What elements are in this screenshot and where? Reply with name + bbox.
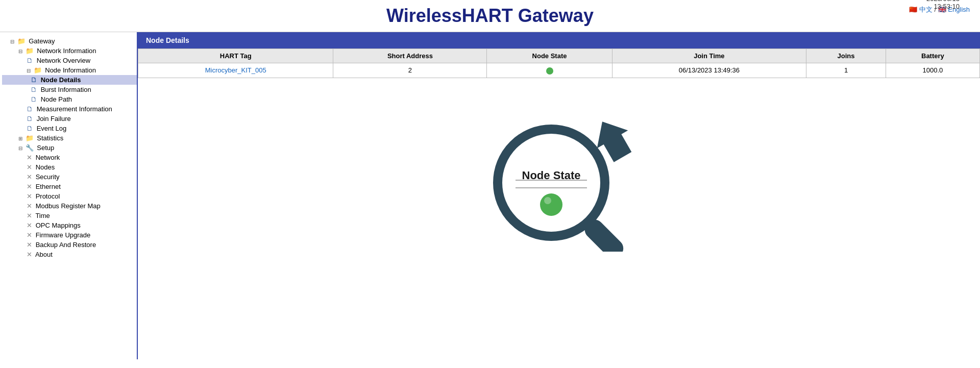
sidebar-item-setup-network[interactable]: ✕ Network (2, 153, 137, 162)
col-header-joins: Joins (806, 49, 886, 63)
sidebar-label-setup-nodes: Nodes (36, 163, 55, 171)
sidebar-label-network-overview: Network Overview (37, 57, 90, 64)
svg-text:Node State: Node State (522, 169, 581, 182)
sidebar-item-node-information[interactable]: ⊟ 📁 Node Information (2, 65, 137, 75)
sidebar-label-node-information: Node Information (45, 66, 96, 74)
col-header-short-address: Short Address (333, 49, 487, 63)
col-header-join-time: Join Time (612, 49, 806, 63)
sidebar-label-setup: Setup (37, 144, 54, 152)
sidebar-label-setup-network: Network (36, 154, 60, 161)
cross-icon-security: ✕ (27, 173, 32, 181)
sidebar-item-setup-ethernet[interactable]: ✕ Ethernet (2, 182, 137, 191)
doc-icon-el: 🗋 (27, 125, 33, 132)
sidebar-label-setup-firmware: Firmware Upgrade (36, 231, 91, 239)
col-header-node-state: Node State (487, 49, 612, 63)
cross-icon-network: ✕ (27, 154, 32, 161)
expand-icon: ⊟ (10, 39, 14, 44)
illustration-area: Node State (138, 83, 980, 262)
sidebar-label-burst-information: Burst Information (41, 86, 91, 93)
sidebar-label-measurement-information: Measurement Information (37, 105, 112, 113)
doc-icon-jf: 🗋 (27, 115, 33, 122)
section-header: Node Details (138, 32, 980, 48)
cross-icon-ethernet: ✕ (27, 183, 32, 190)
sidebar-item-burst-information[interactable]: 🗋 Burst Information (2, 85, 137, 94)
sidebar-label-gateway: Gateway (29, 37, 55, 45)
sidebar-item-join-failure[interactable]: 🗋 Join Failure (2, 114, 137, 124)
sidebar-label-setup-time: Time (35, 212, 50, 219)
sidebar-label-setup-ethernet: Ethernet (36, 183, 61, 190)
expand-icon-stats: ⊞ (18, 136, 22, 141)
doc-icon-np: 🗋 (31, 95, 37, 103)
hart-tag-link[interactable]: Microcyber_KIT_005 (205, 66, 266, 74)
expand-icon-setup: ⊟ (18, 145, 22, 151)
doc-icon-nd: 🗋 (31, 76, 37, 84)
sidebar-label-setup-backup: Backup And Restore (36, 241, 96, 249)
cell-short-address: 2 (333, 63, 487, 78)
cross-icon-protocol: ✕ (27, 192, 32, 200)
datetime-display: 2023/06/13 13:53:10 (909, 0, 960, 10)
col-header-hart-tag: HART Tag (138, 49, 333, 63)
expand-icon-ni: ⊟ (18, 48, 22, 54)
sidebar-item-network-information[interactable]: ⊟ 📁 Network Information (2, 46, 137, 56)
sidebar-item-setup-security[interactable]: ✕ Security (2, 172, 137, 182)
sidebar-label-join-failure: Join Failure (37, 115, 71, 122)
main-content: Node Details HART Tag Short Address Node… (138, 32, 980, 359)
sidebar-label-setup-modbus: Modbus Register Map (36, 202, 101, 210)
node-state-dot (546, 67, 553, 75)
cell-node-state (487, 63, 612, 78)
sidebar-item-node-details[interactable]: 🗋 Node Details (2, 75, 137, 85)
cross-icon-modbus: ✕ (27, 202, 32, 210)
folder-icon-nodeinfo: 📁 (34, 66, 42, 74)
doc-icon-mi: 🗋 (27, 105, 33, 113)
sidebar-label-node-path: Node Path (41, 95, 72, 103)
folder-icon-ni: 📁 (26, 47, 34, 55)
page-title: WirelessHART Gateway (386, 5, 594, 27)
svg-point-5 (540, 193, 562, 216)
sidebar-item-setup[interactable]: ⊟ 🔧 Setup (2, 143, 137, 153)
table-row: Microcyber_KIT_005 2 06/13/2023 13:49:36… (138, 63, 980, 78)
node-state-illustration: Node State (457, 93, 661, 252)
sidebar-item-network-overview[interactable]: 🗋 Network Overview (2, 56, 137, 65)
cross-icon-opc: ✕ (27, 222, 32, 229)
sidebar-item-setup-protocol[interactable]: ✕ Protocol (2, 191, 137, 201)
cell-join-time: 06/13/2023 13:49:36 (612, 63, 806, 78)
svg-point-6 (544, 197, 551, 204)
sidebar: ⊟ 📁 Gateway ⊟ 📁 Network Information 🗋 Ne… (0, 32, 138, 359)
sidebar-item-setup-backup[interactable]: ✕ Backup And Restore (2, 240, 137, 250)
cross-icon-time: ✕ (27, 212, 32, 219)
svg-point-0 (498, 129, 605, 236)
expand-icon-nodeinfo: ⊟ (27, 68, 31, 73)
cell-hart-tag[interactable]: Microcyber_KIT_005 (138, 63, 333, 78)
folder-icon: 📁 (17, 37, 26, 45)
sidebar-item-measurement-information[interactable]: 🗋 Measurement Information (2, 104, 137, 114)
sidebar-item-event-log[interactable]: 🗋 Event Log (2, 124, 137, 133)
cross-icon-backup: ✕ (27, 241, 32, 249)
sidebar-item-setup-about[interactable]: ✕ About (2, 250, 137, 259)
sidebar-item-gateway[interactable]: ⊟ 📁 Gateway (2, 36, 137, 46)
sidebar-item-setup-nodes[interactable]: ✕ Nodes (2, 162, 137, 172)
node-details-table: HART Tag Short Address Node State Join T… (138, 48, 980, 78)
col-header-battery: Battery (886, 49, 979, 63)
sidebar-item-statistics[interactable]: ⊞ 📁 Statistics (2, 133, 137, 143)
folder-icon-stats: 📁 (26, 134, 34, 142)
sidebar-label-network-information: Network Information (37, 47, 96, 55)
cross-icon-nodes: ✕ (27, 163, 32, 171)
sidebar-label-event-log: Event Log (37, 125, 67, 132)
cell-battery: 1000.0 (886, 63, 979, 78)
language-selector[interactable]: 🇨🇳 中文 / 🇬🇧 English 2023/06/13 13:53:10 (909, 5, 970, 14)
sidebar-item-setup-modbus[interactable]: ✕ Modbus Register Map (2, 201, 137, 211)
cell-joins: 1 (806, 63, 886, 78)
doc-icon-bi: 🗋 (31, 86, 37, 93)
page-header: WirelessHART Gateway 🇨🇳 中文 / 🇬🇧 English … (0, 0, 980, 32)
folder-icon-setup: 🔧 (26, 144, 34, 152)
sidebar-item-setup-firmware[interactable]: ✕ Firmware Upgrade (2, 230, 137, 240)
sidebar-label-node-details: Node Details (41, 76, 81, 84)
sidebar-item-setup-time[interactable]: ✕ Time (2, 211, 137, 220)
sidebar-label-statistics: Statistics (37, 134, 63, 142)
cross-icon-about: ✕ (27, 251, 32, 258)
cross-icon-firmware: ✕ (27, 231, 32, 239)
sidebar-item-node-path[interactable]: 🗋 Node Path (2, 94, 137, 104)
main-layout: ⊟ 📁 Gateway ⊟ 📁 Network Information 🗋 Ne… (0, 32, 980, 359)
sidebar-item-setup-opc[interactable]: ✕ OPC Mappings (2, 220, 137, 230)
sidebar-label-setup-security: Security (36, 173, 60, 181)
